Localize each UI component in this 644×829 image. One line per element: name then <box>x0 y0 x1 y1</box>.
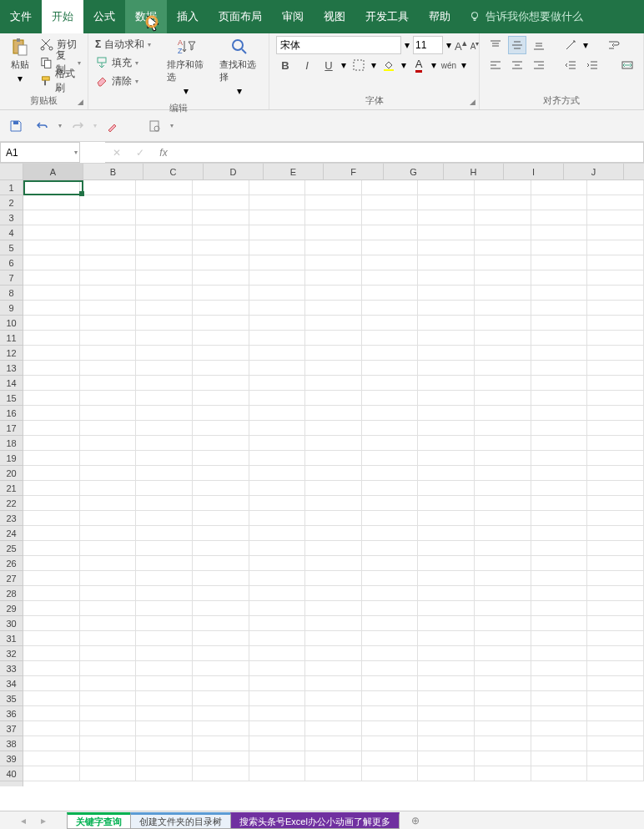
cell[interactable] <box>193 376 249 391</box>
cell[interactable] <box>80 255 137 270</box>
cell[interactable] <box>193 286 249 301</box>
row-header[interactable]: 29 <box>0 601 23 616</box>
cell[interactable] <box>418 481 475 496</box>
column-header[interactable]: A <box>23 164 83 179</box>
cell[interactable] <box>80 361 137 376</box>
cell[interactable] <box>305 631 362 646</box>
cell[interactable] <box>475 240 531 255</box>
cell[interactable] <box>362 556 419 571</box>
cell[interactable] <box>136 631 193 646</box>
cell[interactable] <box>249 586 306 601</box>
cell[interactable] <box>80 646 137 661</box>
cell[interactable] <box>475 751 531 766</box>
cell[interactable] <box>305 721 362 736</box>
cell[interactable] <box>418 721 475 736</box>
cell[interactable] <box>193 751 249 766</box>
cell[interactable] <box>475 406 531 421</box>
row-header[interactable]: 34 <box>0 676 23 691</box>
cell[interactable] <box>531 691 588 706</box>
cell[interactable] <box>587 691 644 706</box>
tell-me[interactable]: 告诉我你想要做什么 <box>460 9 591 24</box>
column-header[interactable]: B <box>83 164 143 179</box>
cell[interactable] <box>249 180 306 195</box>
cell[interactable] <box>418 526 475 541</box>
row-header[interactable]: 25 <box>0 541 23 556</box>
cell[interactable] <box>418 180 475 195</box>
cell[interactable] <box>362 766 419 781</box>
row-header[interactable]: 32 <box>0 646 23 661</box>
cell[interactable] <box>80 706 137 721</box>
cell[interactable] <box>418 376 475 391</box>
cell[interactable] <box>23 676 80 691</box>
cell[interactable] <box>531 766 588 781</box>
cell[interactable] <box>249 601 306 616</box>
cell[interactable] <box>531 736 588 751</box>
row-header[interactable]: 14 <box>0 376 23 391</box>
cell[interactable] <box>136 436 193 451</box>
cell[interactable] <box>136 376 193 391</box>
cell[interactable] <box>249 466 306 481</box>
row-header[interactable]: 13 <box>0 361 23 376</box>
cell[interactable] <box>531 406 588 421</box>
cell[interactable] <box>531 676 588 691</box>
cell[interactable] <box>362 301 419 316</box>
cell[interactable] <box>362 331 419 346</box>
cell[interactable] <box>249 721 306 736</box>
cell[interactable] <box>23 406 80 421</box>
save-button[interactable] <box>5 115 27 137</box>
cell[interactable] <box>136 451 193 466</box>
cell[interactable] <box>305 676 362 691</box>
cell[interactable] <box>249 706 306 721</box>
cell[interactable] <box>193 766 249 781</box>
cell[interactable] <box>193 496 249 511</box>
cell[interactable] <box>136 391 193 406</box>
cell[interactable] <box>80 436 137 451</box>
cell[interactable] <box>80 766 137 781</box>
autosum-button[interactable]: Σ 自动求和 ▾ <box>92 35 160 53</box>
formula-input[interactable] <box>175 143 643 162</box>
cell[interactable] <box>193 436 249 451</box>
cell[interactable] <box>305 766 362 781</box>
row-header[interactable]: 28 <box>0 586 23 601</box>
cell[interactable] <box>587 270 644 286</box>
cell[interactable] <box>475 421 531 436</box>
row-header[interactable]: 15 <box>0 391 23 406</box>
chevron-down-icon[interactable]: ▾ <box>93 122 97 129</box>
cell[interactable] <box>249 406 306 421</box>
cell[interactable] <box>305 496 362 511</box>
cell[interactable] <box>249 240 306 255</box>
cell[interactable] <box>80 556 137 571</box>
cell[interactable] <box>305 586 362 601</box>
chevron-down-icon[interactable]: ▾ <box>401 59 406 71</box>
cell[interactable] <box>249 391 306 406</box>
align-top-button[interactable] <box>486 36 505 54</box>
cell[interactable] <box>305 376 362 391</box>
cell[interactable] <box>531 466 588 481</box>
dialog-launcher-icon[interactable]: ◢ <box>467 98 477 108</box>
cell[interactable] <box>305 316 362 331</box>
chevron-down-icon[interactable]: ▾ <box>405 39 410 51</box>
cell[interactable] <box>249 631 306 646</box>
find-select-button[interactable]: 查找和选择 ▾ <box>213 35 265 99</box>
cell[interactable] <box>23 541 80 556</box>
cell[interactable] <box>23 616 80 631</box>
align-right-button[interactable] <box>530 56 548 74</box>
cell[interactable] <box>80 466 137 481</box>
tab-view[interactable]: 视图 <box>314 0 355 33</box>
cell[interactable] <box>136 691 193 706</box>
cell[interactable] <box>249 346 306 361</box>
cell[interactable] <box>305 421 362 436</box>
cell[interactable] <box>193 391 249 406</box>
cell[interactable] <box>136 721 193 736</box>
cell[interactable] <box>587 676 644 691</box>
cell[interactable] <box>23 301 80 316</box>
cell[interactable] <box>305 436 362 451</box>
paste-button[interactable]: 粘贴 ▾ <box>3 35 37 91</box>
cell[interactable] <box>136 586 193 601</box>
cell[interactable] <box>531 255 588 270</box>
cell[interactable] <box>418 255 475 270</box>
cell[interactable] <box>475 346 531 361</box>
cell[interactable] <box>531 240 588 255</box>
cell[interactable] <box>23 316 80 331</box>
cell[interactable] <box>587 556 644 571</box>
